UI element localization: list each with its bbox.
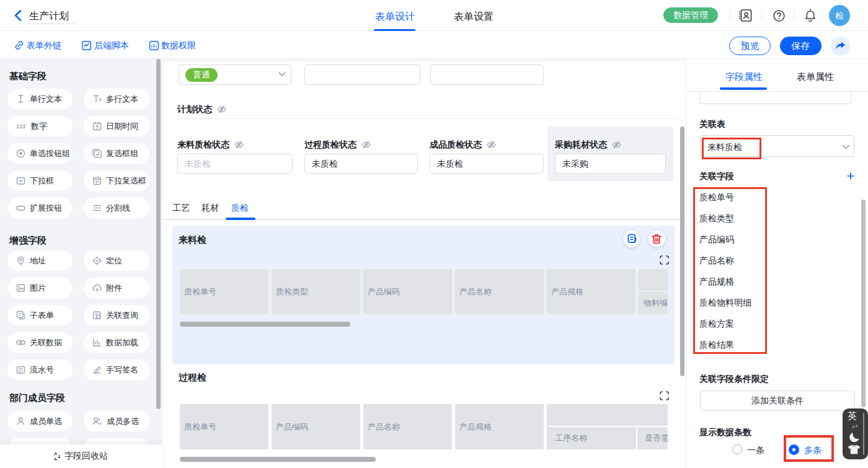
svg-text:123: 123 bbox=[16, 123, 25, 130]
